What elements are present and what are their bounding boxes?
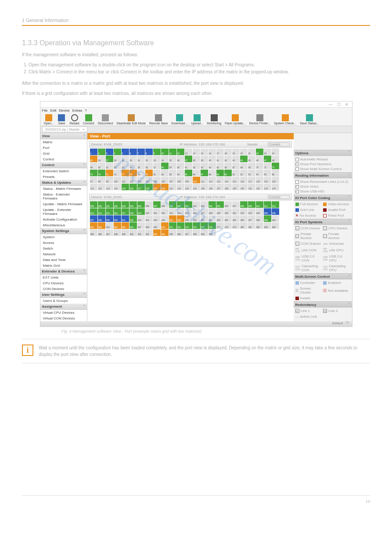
port-cell[interactable]: 321 (153, 208, 161, 215)
port-cell[interactable]: 56 (145, 163, 153, 169)
port-cell[interactable]: 94 (256, 170, 263, 176)
port-cell[interactable]: 8 (145, 149, 153, 155)
port-cell[interactable]: 314 (98, 208, 105, 215)
port-cell[interactable]: 106 (161, 177, 169, 183)
port-cell[interactable]: 21 (248, 149, 255, 155)
port-cell[interactable]: 367 (137, 222, 145, 229)
port-cell[interactable]: 68 (240, 163, 248, 169)
port-cell[interactable]: 72 (272, 163, 279, 169)
port-cell[interactable]: 137 (216, 184, 224, 190)
port-cell[interactable]: 345 (153, 215, 161, 222)
port-cell[interactable]: 336 (272, 208, 279, 215)
port-cell[interactable]: 290 (98, 201, 105, 208)
port-cell[interactable]: 18 (224, 149, 232, 155)
port-cell[interactable]: 54 (129, 163, 137, 169)
port-cell[interactable]: 298 (161, 201, 169, 208)
toolbar-reload-button[interactable]: Reload (68, 114, 81, 125)
port-cell[interactable]: 130 (161, 184, 169, 190)
port-cell[interactable]: 10 (161, 149, 169, 155)
device-connect-button-1[interactable]: Connect (268, 142, 290, 146)
port-cell[interactable]: 13 (185, 149, 192, 155)
port-cell[interactable]: 359 (264, 215, 271, 222)
port-cell[interactable]: 352 (209, 215, 216, 222)
port-cell[interactable]: 347 (169, 215, 176, 222)
port-cell[interactable]: 356 (240, 215, 248, 222)
sidebar-item-matrix[interactable]: Matrix (40, 139, 87, 145)
port-cell[interactable]: 34 (161, 156, 169, 162)
port-cell[interactable]: 83 (169, 170, 176, 176)
port-cell[interactable]: 25 (90, 156, 97, 162)
toolbar-flash-button[interactable]: Flash Update... (223, 114, 247, 125)
port-cell[interactable]: 342 (129, 215, 137, 222)
sidebar-item-matrix-grid[interactable]: Matrix Grid (40, 263, 87, 268)
toolbar-connect-button[interactable]: Connect (81, 114, 96, 125)
port-cell[interactable]: 121 (90, 184, 97, 190)
port-cell[interactable]: 131 (169, 184, 176, 190)
port-cell[interactable]: 119 (264, 177, 271, 183)
port-cell[interactable]: 392 (145, 229, 153, 236)
sidebar-item-switch[interactable]: Switch (40, 246, 87, 251)
port-cell[interactable]: 306 (224, 201, 232, 208)
auto-reload-checkbox[interactable] (295, 158, 299, 161)
sidebar-section-user-settings[interactable]: User Settings (40, 292, 87, 298)
port-cell[interactable]: 315 (106, 208, 113, 215)
port-cell[interactable]: 393 (153, 229, 161, 236)
port-cell[interactable]: 374 (193, 222, 200, 229)
port-cell[interactable]: 116 (240, 177, 248, 183)
port-cell[interactable]: 14 (193, 149, 200, 155)
port-cell[interactable]: 36 (177, 156, 184, 162)
port-cell[interactable]: 372 (177, 222, 184, 229)
port-cell[interactable]: 332 (240, 208, 248, 215)
port-cell[interactable]: 39 (201, 156, 208, 162)
port-cell[interactable]: 301 (185, 201, 192, 208)
port-cell[interactable]: 78 (129, 170, 137, 176)
port-cell[interactable]: 111 (201, 177, 208, 183)
port-cell[interactable]: 127 (137, 184, 145, 190)
port-cell[interactable]: 74 (98, 170, 105, 176)
sidebar-item-update-extender-firmware[interactable]: Update - Extender Firmware (40, 207, 87, 217)
port-cell[interactable]: 115 (232, 177, 240, 183)
port-cell[interactable]: 140 (240, 184, 248, 190)
port-cell[interactable]: 297 (153, 201, 161, 208)
port-cell[interactable]: 24 (272, 149, 279, 155)
port-cell[interactable]: 383 (264, 222, 271, 229)
port-cell[interactable]: 48 (272, 156, 279, 162)
port-cell[interactable]: 385 (90, 229, 97, 236)
port-cell[interactable]: 86 (193, 170, 200, 176)
port-cell[interactable]: 294 (129, 201, 137, 208)
port-cell[interactable]: 360 (272, 215, 279, 222)
sidebar-item-access[interactable]: Access (40, 240, 87, 246)
port-cell[interactable]: 37 (185, 156, 192, 162)
port-cell[interactable]: 66 (224, 163, 232, 169)
sidebar-item-users-groups[interactable]: Users & Groups (40, 298, 87, 304)
port-cell[interactable]: 126 (129, 184, 137, 190)
port-cell[interactable]: 132 (177, 184, 184, 190)
port-cell[interactable]: 394 (161, 229, 169, 236)
port-cell[interactable]: 84 (177, 170, 184, 176)
port-cell[interactable]: 303 (201, 201, 208, 208)
port-cell[interactable]: 373 (185, 222, 192, 229)
port-cell[interactable]: 124 (114, 184, 121, 190)
port-cell[interactable]: 295 (137, 201, 145, 208)
port-cell[interactable]: 362 (98, 222, 105, 229)
port-cell[interactable]: 379 (232, 222, 240, 229)
port-cell[interactable]: 136 (209, 184, 216, 190)
port-cell[interactable]: 103 (137, 177, 145, 183)
color-coding-header[interactable]: IO Port Color Coding (294, 195, 352, 201)
port-cell[interactable]: 58 (161, 163, 169, 169)
port-cell[interactable]: 29 (122, 156, 129, 162)
sidebar-item-presets[interactable]: Presets (40, 174, 87, 180)
port-cell[interactable]: 387 (106, 229, 113, 236)
port-cell[interactable]: 11 (169, 149, 176, 155)
port-cell[interactable]: 300 (177, 201, 184, 208)
port-cell[interactable]: 357 (248, 215, 255, 222)
port-cell[interactable]: 31 (137, 156, 145, 162)
port-cell[interactable]: 307 (232, 201, 240, 208)
port-cell[interactable]: 88 (209, 170, 216, 176)
port-cell[interactable]: 63 (201, 163, 208, 169)
menu-edit[interactable]: Edit (50, 109, 56, 112)
port-cell[interactable]: 346 (161, 215, 169, 222)
port-cell[interactable]: 351 (201, 215, 208, 222)
port-cell[interactable]: 382 (256, 222, 263, 229)
port-cell[interactable]: 302 (193, 201, 200, 208)
